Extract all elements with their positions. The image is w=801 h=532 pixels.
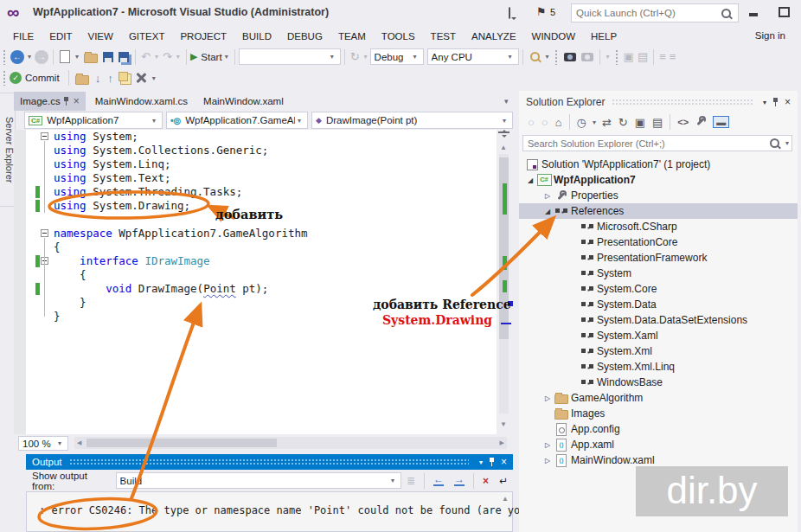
- output-title-bar[interactable]: Output ▾ ×: [26, 454, 513, 470]
- tree-item-windowsbase[interactable]: WindowsBase: [519, 375, 798, 390]
- menu-item-tools[interactable]: TOOLS: [374, 29, 423, 44]
- clear-all-icon[interactable]: ×: [483, 475, 489, 487]
- menu-item-project[interactable]: PROJECT: [172, 29, 234, 44]
- code-editor[interactable]: using System;using System.Collections.Ge…: [26, 130, 497, 434]
- member-dropdown[interactable]: ◆ DrawImage(Point pt) ▾: [311, 112, 513, 129]
- solution-explorer-search-input[interactable]: [523, 138, 770, 149]
- commit-button-label[interactable]: Commit: [25, 73, 60, 83]
- menu-item-edit[interactable]: EDIT: [42, 29, 80, 44]
- word-wrap-icon[interactable]: ↵: [499, 475, 508, 487]
- push-icon[interactable]: ↑: [107, 72, 113, 85]
- feedback-icon[interactable]: [509, 8, 510, 18]
- menu-item-debug[interactable]: DEBUG: [279, 29, 330, 44]
- tree-item-system-xml-linq[interactable]: System.Xml.Linq: [519, 359, 798, 375]
- tree-item-wpfapplication7[interactable]: ◢C#WpfApplication7: [519, 172, 798, 188]
- solution-explorer-search-box[interactable]: ▾: [522, 135, 792, 151]
- menu-item-build[interactable]: BUILD: [234, 29, 279, 44]
- save-icon[interactable]: [103, 52, 113, 62]
- show-all-files-icon[interactable]: ▤: [652, 116, 663, 129]
- browse-repository-icon[interactable]: [75, 75, 89, 85]
- tree-item-system-data[interactable]: System.Data: [519, 297, 798, 312]
- tree-item-gamealgorithm[interactable]: ▷GameAlgorithm: [519, 390, 798, 406]
- window-position-dropdown-icon[interactable]: ▾: [763, 99, 766, 106]
- close-icon[interactable]: ×: [501, 456, 507, 468]
- project-dropdown[interactable]: C# WpfApplication7 ▾: [24, 112, 163, 129]
- home-icon[interactable]: ⌂: [555, 116, 562, 129]
- collapse-all-icon[interactable]: ▣: [635, 116, 645, 129]
- menu-item-help[interactable]: HELP: [583, 29, 625, 44]
- document-tab-image.cs[interactable]: Image.cs×: [14, 92, 86, 111]
- maximize-button[interactable]: [772, 4, 795, 20]
- editor-vertical-scrollbar[interactable]: ▲ ▼: [497, 130, 511, 434]
- start-button-label[interactable]: Start: [201, 52, 221, 62]
- zoom-combo[interactable]: 100 %▾: [18, 436, 68, 451]
- expander-closed-icon[interactable]: ▷: [541, 457, 554, 465]
- tree-item-system-core[interactable]: System.Core: [519, 281, 798, 297]
- menu-item-window[interactable]: WINDOW: [524, 29, 583, 44]
- search-options-dropdown-icon[interactable]: ▾: [785, 139, 789, 147]
- pull-icon[interactable]: ↓: [95, 72, 101, 85]
- settings-tools-icon[interactable]: [135, 72, 147, 84]
- tree-item-system[interactable]: System: [519, 266, 798, 281]
- start-dropdown-icon[interactable]: ▾: [225, 53, 228, 61]
- scroll-down-icon[interactable]: ▼: [500, 420, 507, 428]
- refresh-icon[interactable]: ↻: [350, 50, 360, 63]
- close-icon[interactable]: ×: [74, 95, 80, 107]
- pin-icon[interactable]: [63, 97, 69, 106]
- view-code-icon[interactable]: <>: [677, 117, 689, 127]
- editor-horizontal-scrollbar[interactable]: ◀ ▶: [74, 437, 507, 449]
- toolbar-grip[interactable]: [3, 49, 7, 65]
- document-tab-mainwindow.xaml.cs[interactable]: MainWindow.xaml.cs: [89, 92, 194, 111]
- navigate-back-dropdown-icon[interactable]: ▾: [28, 53, 31, 61]
- tree-item-properties[interactable]: ▷Properties: [519, 188, 798, 203]
- document-tab-mainwindow.xaml[interactable]: MainWindow.xaml: [197, 92, 290, 111]
- new-file-dropdown-icon[interactable]: ▾: [75, 53, 79, 61]
- filter-dropdown-icon[interactable]: ▾: [593, 119, 596, 126]
- previous-message-icon[interactable]: ←: [433, 475, 444, 486]
- undo-icon[interactable]: ↶: [141, 50, 151, 63]
- camera-icon[interactable]: [564, 53, 576, 61]
- save-all-icon[interactable]: [119, 52, 129, 62]
- output-source-combo[interactable]: Build▾: [116, 472, 401, 489]
- tree-item-system-xml[interactable]: System.Xml: [519, 343, 798, 359]
- undo-dropdown-icon[interactable]: ▾: [155, 53, 158, 61]
- tree-item-microsoft-csharp[interactable]: Microsoft.CSharp: [519, 219, 798, 234]
- empty-combo[interactable]: ▾: [239, 48, 341, 65]
- menu-item-gitext[interactable]: GITEXT: [121, 29, 173, 44]
- scrollbar-thumb[interactable]: [87, 439, 277, 447]
- quick-launch-box[interactable]: [571, 3, 739, 22]
- sign-in-link[interactable]: Sign in: [755, 30, 785, 41]
- expander-open-icon[interactable]: ◢: [541, 208, 554, 215]
- collapse-region-icon[interactable]: [41, 229, 48, 237]
- expander-open-icon[interactable]: ◢: [524, 176, 536, 184]
- menu-item-file[interactable]: FILE: [5, 29, 42, 44]
- open-file-icon[interactable]: [84, 54, 98, 63]
- splitter-grip-icon[interactable]: [498, 131, 509, 143]
- tree-item-app-xaml[interactable]: ▷⟨⟩App.xaml: [519, 437, 798, 452]
- preview-selected-items-button[interactable]: ▬: [713, 116, 729, 128]
- scroll-up-icon[interactable]: ▲: [502, 495, 509, 503]
- new-file-icon[interactable]: [60, 50, 70, 63]
- minimize-button[interactable]: [742, 7, 765, 22]
- scroll-up-icon[interactable]: ▲: [500, 144, 507, 151]
- next-message-icon[interactable]: →: [454, 475, 465, 486]
- output-log[interactable]: : error CS0246: The type or namespace na…: [26, 491, 513, 532]
- expander-closed-icon[interactable]: ▷: [541, 192, 554, 200]
- menu-item-view[interactable]: VIEW: [80, 29, 121, 44]
- refresh-icon[interactable]: ↻: [618, 116, 628, 129]
- tree-item-references[interactable]: ◢References: [519, 203, 798, 219]
- type-dropdown[interactable]: •◎ WpfApplication7.GameAlgorithm ▾: [166, 112, 308, 129]
- menu-item-analyze[interactable]: ANALYZE: [464, 29, 524, 44]
- tree-item-presentationcore[interactable]: PresentationCore: [519, 234, 798, 250]
- stash-icon[interactable]: [119, 72, 128, 81]
- start-debug-icon[interactable]: ▶: [190, 51, 197, 62]
- platform-combo[interactable]: Any CPU▾: [427, 48, 519, 65]
- toolbar-grip[interactable]: [3, 70, 7, 86]
- pin-icon[interactable]: [772, 98, 779, 107]
- pending-changes-filter-icon[interactable]: ◷: [577, 116, 586, 129]
- tree-item-images[interactable]: Images: [519, 406, 798, 421]
- breakpoint-margin[interactable]: [14, 130, 26, 434]
- tree-item-presentationframework[interactable]: PresentationFramework: [519, 250, 798, 266]
- navigate-forward-button[interactable]: →: [35, 50, 48, 64]
- toolbar-overflow-icon[interactable]: ▾: [152, 74, 156, 82]
